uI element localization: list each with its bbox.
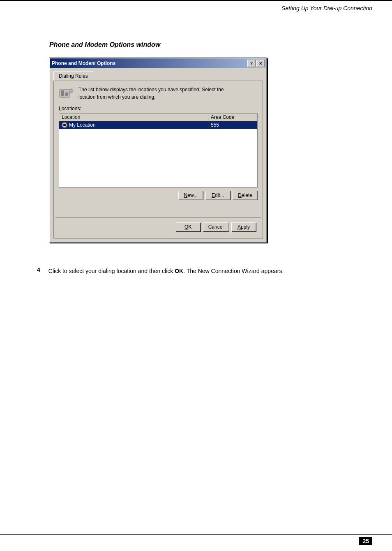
apply-button[interactable]: Apply — [231, 222, 256, 232]
page-number: 25 — [359, 537, 372, 545]
title-bar-buttons: ? ✕ — [247, 60, 265, 67]
section-title: Phone and Modem Options window — [49, 41, 160, 49]
col-header-areacode: Area Code — [208, 113, 257, 121]
edit-button[interactable]: Edit... — [205, 191, 230, 200]
close-button[interactable]: ✕ — [256, 60, 265, 67]
tab-dialing-rules[interactable]: Dialing Rules — [53, 72, 93, 81]
col-location: My Location — [59, 121, 208, 129]
bottom-border — [0, 534, 392, 535]
dialog-title: Phone and Modem Options — [52, 60, 115, 66]
empty-spacer — [59, 205, 258, 217]
locations-label: Locations: — [59, 106, 258, 111]
delete-button[interactable]: Delete — [233, 191, 258, 200]
page-header: Setting Up Your Dial-up Connection — [281, 5, 372, 12]
ok-button[interactable]: OK — [176, 222, 201, 232]
tab-panel: The list below displays the locations yo… — [53, 81, 263, 238]
locations-table[interactable]: Location Area Code My Location 555 — [59, 113, 258, 188]
table-header: Location Area Code — [59, 113, 257, 121]
step-area: 4 Click to select your dialing location … — [37, 266, 357, 276]
top-border — [0, 0, 392, 1]
col-areacode: 555 — [208, 121, 257, 129]
location-actions-row: New... Edit... Delete — [59, 191, 258, 200]
col-header-location: Location — [59, 113, 208, 121]
bottom-divider — [55, 217, 261, 218]
table-row[interactable]: My Location 555 — [59, 121, 257, 129]
tab-strip: Dialing Rules — [53, 72, 263, 81]
info-area: The list below displays the locations yo… — [59, 86, 258, 102]
row-radio-icon — [62, 122, 67, 128]
cancel-button[interactable]: Cancel — [203, 222, 229, 232]
step-text: Click to select your dialing location an… — [48, 266, 284, 276]
new-button[interactable]: New... — [178, 191, 203, 200]
help-button[interactable]: ? — [247, 60, 256, 67]
svg-rect-2 — [65, 93, 68, 96]
svg-rect-1 — [61, 90, 64, 96]
phone-icon — [59, 86, 74, 102]
info-text: The list below displays the locations yo… — [78, 86, 224, 101]
table-body: My Location 555 — [59, 121, 257, 187]
step-number: 4 — [37, 266, 40, 276]
dialog-content: Dialing Rules The list below displays th… — [50, 68, 266, 242]
phone-modem-dialog: Phone and Modem Options ? ✕ Dialing Rule… — [49, 58, 267, 243]
title-bar: Phone and Modem Options ? ✕ — [50, 58, 266, 68]
bottom-btn-row: OK Cancel Apply — [59, 221, 258, 233]
